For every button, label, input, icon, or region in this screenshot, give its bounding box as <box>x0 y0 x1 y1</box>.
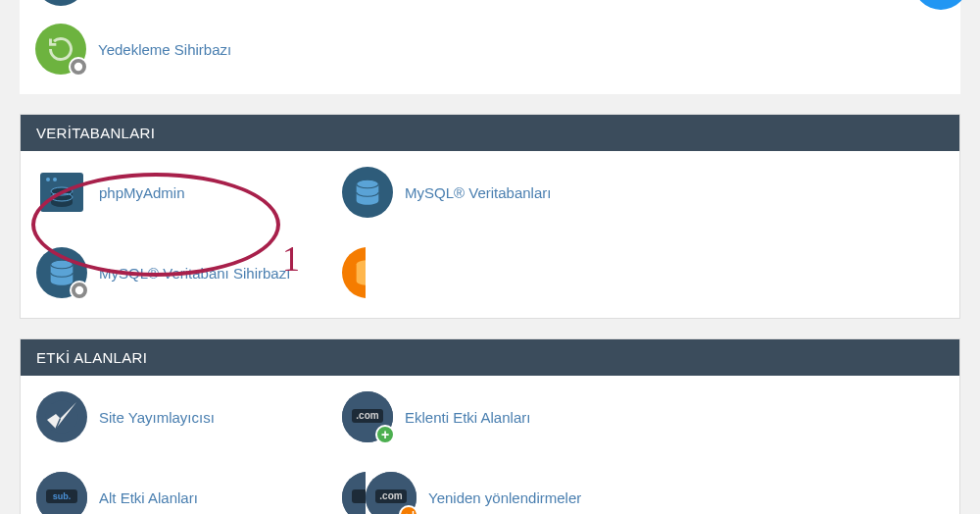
backup-wizard-icon <box>35 24 86 75</box>
svg-text:.com: .com <box>379 490 402 501</box>
panel-domains-header: ETKİ ALANLARI <box>21 339 959 376</box>
addon-domains-label: Eklenti Etki Alanları <box>405 409 530 426</box>
backup-wizard-label: Yedekleme Sihirbazı <box>98 41 231 58</box>
phpmyadmin-item[interactable]: phpMyAdmin <box>36 167 342 218</box>
site-publisher-item[interactable]: Site Yayımlayıcısı <box>36 391 342 442</box>
subdomains-item[interactable]: sub. Alt Etki Alanları <box>36 472 342 514</box>
partial-db-icon <box>342 247 366 298</box>
svg-point-1 <box>74 63 82 71</box>
phpmyadmin-icon <box>36 167 87 218</box>
phpmyadmin-label: phpMyAdmin <box>99 184 185 201</box>
svg-rect-24 <box>352 489 366 503</box>
redirects-label: Yeniden yönlendirmeler <box>428 489 581 506</box>
annotation-number: 1 <box>282 238 300 280</box>
subdomains-label: Alt Etki Alanları <box>99 489 198 506</box>
mysql-icon <box>342 167 393 218</box>
site-publisher-icon <box>36 391 87 442</box>
svg-point-14 <box>75 286 83 294</box>
partial-db-item[interactable] <box>342 247 366 298</box>
panel-databases-header: VERİTABANLARI <box>21 115 959 151</box>
mysql-databases-item[interactable]: MySQL® Veritabanları <box>342 167 648 218</box>
svg-text:.com: .com <box>356 410 378 421</box>
redirects-icon: .com <box>366 472 416 514</box>
site-publisher-label: Site Yayımlayıcısı <box>99 409 215 426</box>
svg-point-3 <box>46 178 50 181</box>
mysql-wizard-label: MySQL® Veritabanı Sihirbazı <box>99 265 290 282</box>
backup-wizard-item[interactable]: Yedekleme Sihirbazı <box>35 24 341 75</box>
partial-domain-icon <box>342 472 366 514</box>
panel-domains: ETKİ ALANLARI Site Yayımlayıcısı <box>20 338 960 514</box>
addon-domains-icon: .com + <box>342 391 393 442</box>
mysql-wizard-icon <box>36 247 87 298</box>
svg-point-4 <box>53 178 57 181</box>
panel-databases: VERİTABANLARI phpMyAdmin <box>20 114 960 319</box>
svg-text:sub.: sub. <box>53 491 72 501</box>
subdomains-icon: sub. <box>36 472 87 514</box>
partial-domain-item[interactable] <box>342 472 366 514</box>
addon-domains-item[interactable]: .com + Eklenti Etki Alanları <box>342 391 648 442</box>
redirects-item[interactable]: .com Yeniden yönlendirmeler <box>366 472 671 514</box>
mysql-databases-label: MySQL® Veritabanları <box>405 184 551 201</box>
